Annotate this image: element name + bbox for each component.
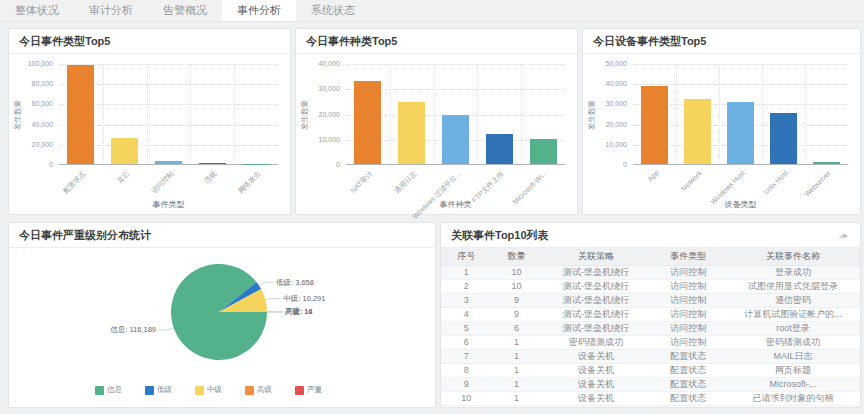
- nav-tab[interactable]: 整体状况: [0, 0, 74, 21]
- panel-event-kind-top5: 今日事件种类Top5 010,00020,00030,00040,000NAT审…: [295, 28, 578, 215]
- table-body-wrap: 序号数量关联策略事件类型关联事件名称 110测试-堡垒机绕行访问控制登录成功21…: [441, 248, 860, 406]
- table-header-cell: 关联策略: [542, 248, 651, 265]
- nav-tab[interactable]: 审计分析: [74, 0, 148, 21]
- bar-App[interactable]: [641, 86, 668, 164]
- table-cell: 7: [441, 349, 491, 363]
- grid-vline: [190, 64, 191, 164]
- bar-NAT审计[interactable]: [354, 81, 381, 164]
- bar-Microsoft-Wi...[interactable]: [530, 139, 557, 164]
- x-axis-name: 事件类型: [59, 199, 278, 210]
- table-row: 49测试-堡垒机绕行访问控制计算机试图验证帐户的...: [441, 307, 860, 321]
- legend-item-信息[interactable]: 信息: [95, 385, 122, 395]
- table-cell: 密码猜测成功: [542, 335, 651, 349]
- chart-plot-area: [59, 64, 278, 165]
- table-cell: 1: [441, 265, 491, 279]
- bar-网络攻击[interactable]: [243, 164, 270, 165]
- pie-label-line: [266, 299, 282, 300]
- grid-vline: [390, 64, 391, 164]
- panel-title-text: 今日事件类型Top5: [19, 29, 110, 54]
- table-header-row: 序号数量关联策略事件类型关联事件名称: [441, 248, 860, 265]
- panel-event-type-top5: 今日事件类型Top5 020,00040,00060,00080,000100,…: [8, 28, 291, 215]
- nav-tabbar: 整体状况审计分析告警概况事件分析系统状态: [0, 0, 864, 22]
- legend-item-严重[interactable]: 严重: [295, 385, 322, 395]
- legend-swatch: [195, 386, 204, 395]
- panel-related-events-table: 关联事件Top10列表 序号数量关联策略事件类型关联事件名称 110测试-堡垒机…: [440, 222, 861, 408]
- table-cell: 密码猜测成功: [726, 335, 860, 349]
- panel-title-event-type: 今日事件类型Top5: [9, 29, 290, 54]
- pie-label-严重: 严重: 14: [285, 307, 313, 316]
- panel-title-event-kind: 今日事件种类Top5: [296, 29, 577, 54]
- table-cell: root登录: [726, 321, 860, 335]
- bar-chart-event-type: 020,00040,00060,00080,000100,000配置状态其它访问…: [9, 54, 290, 213]
- y-axis-name: 发生数量: [587, 100, 597, 130]
- table-cell: 8: [441, 363, 491, 377]
- nav-tab[interactable]: 事件分析: [222, 0, 296, 21]
- table-cell: 3: [441, 293, 491, 307]
- table-cell: 登录成功: [726, 265, 860, 279]
- table-cell: 访问控制: [650, 265, 725, 279]
- table-cell: 设备关机: [542, 391, 651, 405]
- bar-违规[interactable]: [199, 163, 226, 164]
- bar-配置状态[interactable]: [67, 65, 94, 164]
- bar-chart-device-event: 010,00020,00030,00040,00050,000AppNetwor…: [583, 54, 860, 213]
- table-row: 81设备关机配置状态网页标题: [441, 363, 860, 377]
- y-axis-tick-label: 0: [585, 161, 627, 168]
- table-row: 101设备关机配置状态已请求到对象的句柄: [441, 391, 860, 405]
- table-cell: 设备关机: [542, 377, 651, 391]
- table-cell: 测试-堡垒机绕行: [542, 279, 651, 293]
- bar-FTP文件上传[interactable]: [486, 134, 513, 164]
- table-row: 39测试-堡垒机绕行访问控制通信密码: [441, 293, 860, 307]
- legend-label: 低级: [157, 385, 172, 395]
- table-cell: 测试-堡垒机绕行: [542, 265, 651, 279]
- table-cell: MAIL日志: [726, 349, 860, 363]
- table-cell: 试图使用显式凭据登录: [726, 279, 860, 293]
- y-axis-tick-label: 10,000: [585, 141, 627, 148]
- related-events-table: 序号数量关联策略事件类型关联事件名称 110测试-堡垒机绕行访问控制登录成功21…: [441, 248, 860, 406]
- bar-Network[interactable]: [684, 99, 711, 164]
- table-row: 61密码猜测成功访问控制密码猜测成功: [441, 335, 860, 349]
- grid-vline: [234, 64, 235, 164]
- table-row: 71设备关机配置状态MAIL日志: [441, 349, 860, 363]
- table-cell: 配置状态: [650, 363, 725, 377]
- bar-其它[interactable]: [111, 138, 138, 164]
- y-axis-tick-label: 40,000: [298, 60, 340, 67]
- table-cell: 1: [491, 349, 541, 363]
- y-axis-tick-label: 10,000: [298, 136, 340, 143]
- legend-item-低级[interactable]: 低级: [145, 385, 172, 395]
- legend-item-高级[interactable]: 高级: [245, 385, 272, 395]
- pie-label-低级: 低级: 3,658: [276, 278, 314, 287]
- table-cell: 配置状态: [650, 349, 725, 363]
- bar-访问控制[interactable]: [155, 161, 182, 164]
- chart-plot-area: [633, 64, 848, 165]
- bar-Webserver[interactable]: [813, 162, 840, 164]
- nav-tab[interactable]: 告警概况: [148, 0, 222, 21]
- legend-item-中级[interactable]: 中级: [195, 385, 222, 395]
- bar-Unix Host[interactable]: [770, 113, 797, 164]
- panel-title-text: 今日设备事件类型Top5: [593, 29, 706, 54]
- grid-vline: [762, 64, 763, 164]
- table-cell: 1: [491, 363, 541, 377]
- bar-通用日志[interactable]: [398, 102, 425, 164]
- dashboard-page: 整体状况审计分析告警概况事件分析系统状态 今日事件类型Top5 020,0004…: [0, 0, 864, 414]
- panel-device-event-top5: 今日设备事件类型Top5 010,00020,00030,00040,00050…: [582, 28, 861, 215]
- bar-Windows Host[interactable]: [727, 102, 754, 164]
- pie-svg: 信息: 116,189低级: 3,658中级: 10,291高级: 16严重: …: [9, 248, 435, 406]
- export-arrow-icon[interactable]: [836, 229, 850, 241]
- table-cell: 访问控制: [650, 335, 725, 349]
- table-cell: 4: [441, 307, 491, 321]
- nav-tab[interactable]: 系统状态: [296, 0, 370, 21]
- panel-severity-pie: 今日事件严重级别分布统计 信息: 116,189低级: 3,658中级: 10,…: [8, 222, 436, 408]
- pie-label-line: [158, 328, 174, 330]
- grid-line: [633, 64, 848, 65]
- x-axis-name: 设备类型: [633, 199, 848, 210]
- chart-plot-area: [346, 64, 565, 165]
- pie-chart-severity: 信息: 116,189低级: 3,658中级: 10,291高级: 16严重: …: [9, 248, 435, 406]
- table-cell: 计算机试图验证帐户的...: [726, 307, 860, 321]
- table-cell: 6: [441, 335, 491, 349]
- table-cell: 1: [491, 335, 541, 349]
- bar-Windows 过滤平台...[interactable]: [442, 115, 469, 164]
- table-cell: 10: [491, 265, 541, 279]
- grid-line: [346, 64, 565, 65]
- table-header-cell: 数量: [491, 248, 541, 265]
- grid-vline: [477, 64, 478, 164]
